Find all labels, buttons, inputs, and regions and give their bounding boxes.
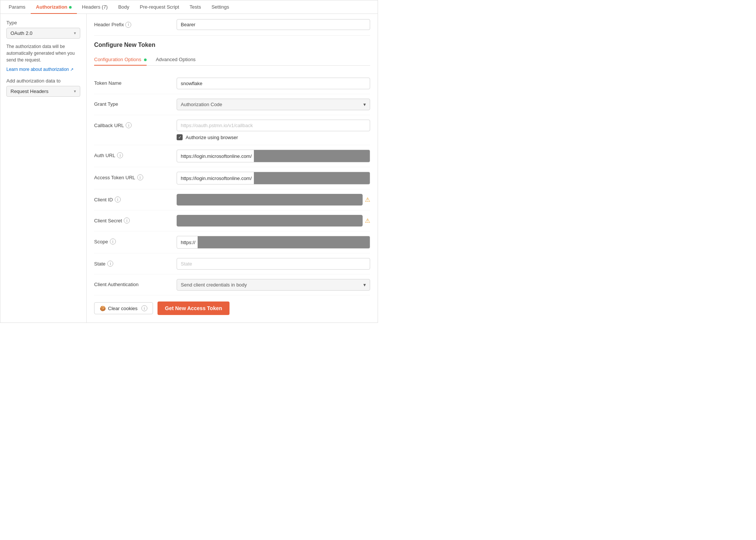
- access-token-url-label: Access Token URL i: [94, 172, 177, 180]
- clear-cookies-icon: 🍪: [100, 306, 106, 311]
- scope-redacted[interactable]: [198, 236, 370, 248]
- client-id-info-icon[interactable]: i: [115, 196, 121, 202]
- tab-bar: Params Authorization Headers (7) Body Pr…: [0, 0, 378, 14]
- auth-url-label: Auth URL i: [94, 150, 177, 158]
- scope-wrapper: https://: [177, 236, 370, 249]
- form-row-access-token-url: Access Token URL i https://login.microso…: [94, 167, 370, 189]
- callback-url-content: ✓ Authorize using browser: [177, 120, 370, 140]
- client-auth-value: Send client credentials in body: [181, 282, 247, 288]
- clear-cookies-info-icon[interactable]: i: [141, 305, 147, 311]
- auth-url-redacted[interactable]: [254, 150, 370, 162]
- form-row-state: State i: [94, 254, 370, 274]
- tab-headers[interactable]: Headers (7): [77, 0, 113, 14]
- token-name-input[interactable]: [177, 78, 370, 89]
- state-input[interactable]: [177, 258, 370, 270]
- client-secret-warning-icon: ⚠: [365, 217, 370, 224]
- auth-description: The authorization data will be automatic…: [6, 43, 80, 63]
- client-secret-label: Client Secret i: [94, 215, 177, 224]
- section-title: Configure New Token: [94, 42, 370, 48]
- form-row-token-name: Token Name: [94, 73, 370, 94]
- form-row-client-secret: Client Secret i ⚠: [94, 210, 370, 231]
- access-token-url-redacted[interactable]: [254, 172, 370, 184]
- client-auth-label: Client Authentication: [94, 279, 177, 287]
- add-data-select[interactable]: Request Headers ▾: [6, 86, 80, 97]
- left-panel: Type OAuth 2.0 ▾ The authorization data …: [0, 14, 87, 322]
- tab-settings[interactable]: Settings: [206, 0, 234, 14]
- scope-label: Scope i: [94, 236, 177, 244]
- access-token-url-prefix: https://login.microsoftonline.com/: [177, 173, 254, 184]
- callback-url-label: Callback URL i: [94, 120, 177, 128]
- form-row-client-id: Client ID i ⚠: [94, 189, 370, 210]
- right-panel: Header Prefix i Configure New Token Conf…: [87, 14, 378, 322]
- client-id-wrapper: ⚠: [177, 194, 370, 206]
- grant-type-label: Grant Type: [94, 99, 177, 107]
- auth-url-info-icon[interactable]: i: [117, 152, 123, 158]
- type-value: OAuth 2.0: [10, 30, 33, 36]
- sub-tab-advanced[interactable]: Advanced Options: [156, 54, 195, 65]
- header-prefix-input[interactable]: [177, 19, 370, 30]
- form-row-auth-url: Auth URL i https://login.microsoftonline…: [94, 145, 370, 167]
- get-new-access-token-button[interactable]: Get New Access Token: [158, 302, 230, 315]
- client-secret-input[interactable]: [177, 215, 363, 226]
- header-prefix-label: Header Prefix i: [94, 22, 177, 28]
- form-row-callback-url: Callback URL i ✓ Authorize using browser: [94, 115, 370, 145]
- form-row-scope: Scope i https://: [94, 231, 370, 254]
- type-select[interactable]: OAuth 2.0 ▾: [6, 28, 80, 39]
- config-dot: [144, 58, 147, 61]
- state-info-icon[interactable]: i: [107, 261, 113, 267]
- client-secret-info-icon[interactable]: i: [124, 218, 130, 224]
- authorize-browser-row: ✓ Authorize using browser: [177, 134, 370, 140]
- scope-info-icon[interactable]: i: [110, 238, 116, 244]
- client-id-label: Client ID i: [94, 194, 177, 202]
- auth-url-prefix: https://login.microsoftonline.com/: [177, 151, 254, 162]
- client-auth-select[interactable]: Send client credentials in body ▾: [177, 279, 370, 291]
- access-token-url-content: https://login.microsoftonline.com/: [177, 172, 370, 184]
- add-data-value: Request Headers: [10, 88, 48, 94]
- bottom-actions: 🍪 Clear cookies i Get New Access Token: [94, 296, 370, 315]
- form-row-client-auth: Client Authentication Send client creden…: [94, 274, 370, 296]
- client-id-content: ⚠: [177, 194, 370, 206]
- authorize-browser-checkbox[interactable]: ✓: [177, 134, 183, 140]
- client-id-warning-icon: ⚠: [365, 196, 370, 203]
- form-row-grant-type: Grant Type Authorization Code ▾: [94, 94, 370, 115]
- auth-url-wrapper: https://login.microsoftonline.com/: [177, 150, 370, 162]
- header-prefix-info-icon[interactable]: i: [125, 22, 131, 28]
- client-auth-content: Send client credentials in body ▾: [177, 279, 370, 291]
- state-label: State i: [94, 258, 177, 267]
- token-name-label: Token Name: [94, 78, 177, 86]
- clear-cookies-button[interactable]: 🍪 Clear cookies i: [94, 302, 153, 314]
- token-name-content: [177, 78, 370, 89]
- tab-body[interactable]: Body: [113, 0, 135, 14]
- scope-content: https://: [177, 236, 370, 249]
- type-chevron-icon: ▾: [74, 31, 76, 36]
- learn-more-link[interactable]: Learn more about authorization: [6, 67, 74, 72]
- grant-type-select[interactable]: Authorization Code ▾: [177, 99, 370, 110]
- grant-type-content: Authorization Code ▾: [177, 99, 370, 110]
- header-prefix-row: Header Prefix i: [94, 14, 370, 36]
- authorize-browser-label: Authorize using browser: [186, 135, 238, 140]
- main-layout: Type OAuth 2.0 ▾ The authorization data …: [0, 14, 378, 322]
- client-id-input[interactable]: [177, 194, 363, 206]
- add-auth-label: Add authorization data to: [6, 78, 80, 84]
- callback-url-input[interactable]: [177, 120, 370, 131]
- grant-type-value: Authorization Code: [181, 102, 222, 107]
- sub-tabs: Configuration Options Advanced Options: [94, 54, 370, 66]
- auth-url-content: https://login.microsoftonline.com/: [177, 150, 370, 162]
- add-data-chevron-icon: ▾: [74, 89, 76, 94]
- clear-cookies-label: Clear cookies: [108, 306, 138, 311]
- type-label: Type: [6, 20, 80, 26]
- tab-params[interactable]: Params: [3, 0, 31, 14]
- client-secret-content: ⚠: [177, 215, 370, 226]
- sub-tab-config[interactable]: Configuration Options: [94, 54, 147, 65]
- access-token-url-wrapper: https://login.microsoftonline.com/: [177, 172, 370, 184]
- scope-prefix: https://: [177, 237, 198, 248]
- access-token-url-info-icon[interactable]: i: [137, 174, 143, 180]
- tab-authorization[interactable]: Authorization: [31, 0, 77, 14]
- client-auth-chevron-icon: ▾: [363, 282, 366, 288]
- state-content: [177, 258, 370, 270]
- client-secret-wrapper: ⚠: [177, 215, 370, 226]
- callback-url-info-icon[interactable]: i: [126, 122, 132, 128]
- tab-tests[interactable]: Tests: [184, 0, 206, 14]
- grant-type-chevron-icon: ▾: [363, 102, 366, 107]
- tab-prerequest[interactable]: Pre-request Script: [135, 0, 184, 14]
